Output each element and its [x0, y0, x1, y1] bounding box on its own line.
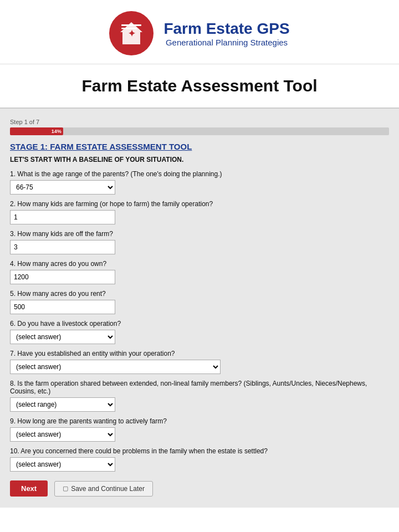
question-select-8[interactable]: (select range)YesNo — [10, 397, 115, 412]
question-label-2: 2. How many kids are farming (or hope to… — [10, 200, 389, 208]
question-select-7[interactable]: (select answer)YesNo — [10, 360, 221, 374]
brand-tagline: Generational Planning Strategies — [163, 38, 289, 47]
question-label-9: 9. How long are the parents wanting to a… — [10, 417, 389, 425]
question-label-1: 1. What is the age range of the parents?… — [10, 170, 389, 178]
question-block-3: 3. How many kids are off the farm? — [10, 230, 389, 254]
save-icon: ▢ — [63, 485, 68, 492]
svg-rect-2 — [121, 24, 141, 26]
main-content: Step 1 of 7 14% STAGE 1: FARM ESTATE ASS… — [0, 109, 399, 508]
questions-container: 1. What is the age range of the parents?… — [10, 170, 389, 472]
header: ✦ Farm Estate GPS Generational Planning … — [0, 0, 399, 64]
step-label: Step 1 of 7 — [10, 119, 389, 125]
question-input-3[interactable] — [10, 240, 115, 254]
question-block-9: 9. How long are the parents wanting to a… — [10, 417, 389, 442]
stage-title: STAGE 1: FARM ESTATE ASSESSMENT TOOL — [10, 142, 389, 151]
brand-name: Farm Estate GPS — [163, 20, 289, 38]
question-label-3: 3. How many kids are off the farm? — [10, 230, 389, 238]
question-select-10[interactable]: (select answer)YesNoMaybe — [10, 457, 115, 472]
svg-text:✦: ✦ — [128, 29, 136, 38]
question-label-7: 7. Have you established an entity within… — [10, 350, 389, 357]
save-label: Save and Continue Later — [71, 485, 145, 493]
question-label-8: 8. Is the farm operation shared between … — [10, 380, 389, 395]
question-block-7: 7. Have you established an entity within… — [10, 350, 389, 374]
question-block-1: 1. What is the age range of the parents?… — [10, 170, 389, 195]
question-block-6: 6. Do you have a livestock operation?(se… — [10, 320, 389, 344]
save-continue-button[interactable]: ▢ Save and Continue Later — [54, 481, 153, 497]
progress-bar-fill: 14% — [10, 127, 63, 135]
progress-bar-container: 14% — [10, 127, 389, 135]
button-row: Next ▢ Save and Continue Later — [10, 480, 389, 497]
question-input-5[interactable] — [10, 300, 115, 314]
question-block-8: 8. Is the farm operation shared between … — [10, 380, 389, 412]
question-label-5: 5. How many acres do you rent? — [10, 290, 389, 298]
svg-rect-3 — [121, 28, 137, 29]
question-label-10: 10. Are you concerned there could be pro… — [10, 447, 389, 455]
question-label-4: 4. How many acres do you own? — [10, 260, 389, 268]
next-button[interactable]: Next — [10, 480, 48, 497]
question-block-5: 5. How many acres do you rent? — [10, 290, 389, 314]
question-label-6: 6. Do you have a livestock operation? — [10, 320, 389, 328]
question-select-1[interactable]: Under 4545-5556-6566-7576-8585+ — [10, 180, 115, 195]
question-select-9[interactable]: (select answer)1-5 years5-10 years10+ ye… — [10, 427, 115, 442]
section-subtitle: LET'S START WITH A BASELINE OF YOUR SITU… — [10, 156, 389, 163]
progress-bar-text: 14% — [52, 129, 62, 134]
brand-info: Farm Estate GPS Generational Planning St… — [163, 20, 289, 47]
question-input-4[interactable] — [10, 270, 115, 284]
page-title: Farm Estate Assessment Tool — [0, 64, 399, 109]
question-select-6[interactable]: (select answer)YesNo — [10, 330, 115, 344]
question-input-2[interactable] — [10, 210, 115, 224]
logo-icon: ✦ — [109, 11, 154, 55]
question-block-2: 2. How many kids are farming (or hope to… — [10, 200, 389, 224]
question-block-4: 4. How many acres do you own? — [10, 260, 389, 284]
question-block-10: 10. Are you concerned there could be pro… — [10, 447, 389, 472]
